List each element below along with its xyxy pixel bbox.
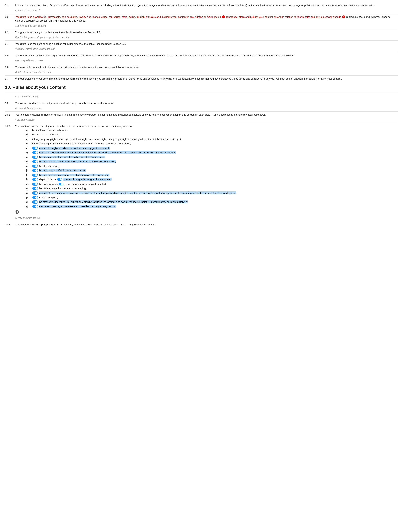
toggle-h[interactable] — [32, 160, 38, 163]
globe-icon-container — [15, 210, 398, 215]
section-num-10-2: 10.2 — [5, 113, 15, 117]
divider-10 — [5, 123, 398, 123]
section-text-10-2: Your content must not be illegal or unla… — [15, 113, 398, 117]
divider-6 — [5, 75, 398, 76]
italic-heading-no-unlawful: No unlawful user content — [15, 107, 398, 110]
toggle-i[interactable] — [32, 165, 38, 168]
list-label-g: (g) — [25, 155, 32, 159]
icon-red-2 — [342, 15, 345, 19]
list-label-h: (h) — [25, 160, 32, 164]
toggle-j[interactable] — [32, 169, 38, 172]
list-label-k: (k) — [25, 173, 32, 177]
list-content-r: cause annoyance, inconvenience or needle… — [32, 204, 398, 209]
toggle-l-inner[interactable] — [57, 178, 62, 181]
section-text-9-2: You grant to us a worldwide, irrevocable… — [15, 15, 398, 23]
section-num-9-3: 9.3 — [5, 31, 15, 34]
section-10-1: 10.1 You warrant and represent that your… — [5, 101, 398, 105]
globe-icon — [15, 210, 19, 214]
list-content-n: be untrue, false, inaccurate or misleadi… — [32, 187, 398, 190]
toggle-p[interactable] — [32, 196, 38, 199]
list-label-i: (i) — [25, 164, 32, 168]
list-item-f: (f) constitute an incitement to commit a… — [25, 151, 398, 155]
list-item-p: (p) constitute spam; — [25, 196, 398, 199]
toggle-k[interactable] — [32, 174, 38, 177]
toggle-n[interactable] — [32, 187, 38, 190]
icon-red-1 — [222, 15, 225, 19]
list-content-j: be in breach of official secrets legisla… — [32, 169, 398, 172]
section-num-10-3: 10.3 — [5, 124, 15, 128]
section-num-9-4: 9.4 — [5, 42, 15, 46]
list-item-o: (o) consist of or contain any instructio… — [25, 191, 398, 195]
list-label-o: (o) — [25, 191, 32, 195]
text-o-highlighted: consist of or contain any instructions, … — [39, 191, 236, 194]
list-content-a: be libellous or maliciously false; — [32, 128, 398, 132]
list-item-b: (b) be obscene or indecent; — [25, 133, 398, 137]
toggle-q[interactable] — [32, 201, 38, 203]
section-9-3: 9.3 You grant to us the right to sub-lic… — [5, 31, 398, 34]
list-item-c: (c) infringe any copyright, moral right,… — [25, 137, 398, 141]
toggle-o[interactable] — [32, 191, 38, 195]
list-label-f: (f) — [25, 151, 32, 155]
section-text-9-3: You grant to us the right to sub-license… — [15, 31, 398, 34]
divider-11 — [5, 221, 398, 221]
section-num-9-1: 9.1 — [5, 3, 15, 7]
text-e-highlighted: constitute negligent advice or contain a… — [39, 147, 109, 150]
list-content-i: be blasphemous; — [32, 164, 398, 168]
toggle-e[interactable] — [32, 147, 38, 150]
list-label-e: (e) — [25, 146, 32, 150]
section-text-9-7: Without prejudice to our other rights un… — [15, 77, 398, 81]
toggle-g[interactable] — [32, 156, 38, 159]
section-text-10-1: You warrant and represent that your cont… — [15, 101, 398, 105]
section-10-heading: 10. Rules about your content — [5, 84, 398, 91]
list-label-q: (q) — [25, 200, 32, 204]
list-content-b: be obscene or indecent; — [32, 133, 398, 137]
italic-heading-right: Right to bring proceedings in respect of… — [15, 36, 398, 39]
list-item-h: (h) be in breach of racial or religious … — [25, 160, 398, 164]
section-9-6: 9.6 You may edit your content to the ext… — [5, 65, 398, 69]
section-10-3-intro: Your content, and the use of your conten… — [15, 125, 133, 128]
text-p: constitute spam; — [39, 196, 58, 199]
section-9-1: 9.1 In these terms and conditions, "your… — [5, 3, 398, 7]
list-item-a: (a) be libellous or maliciously false; — [25, 128, 398, 132]
section-text-9-6: You may edit your content to the extent … — [15, 65, 398, 69]
list-content-p: constitute spam; — [32, 196, 398, 199]
list-item-j: (j) be in breach of official secrets leg… — [25, 169, 398, 172]
section-num-9-2: 9.2 — [5, 15, 15, 19]
italic-heading-delete: Delete etc user content on breach — [15, 70, 398, 74]
italic-heading-user-edit: User may edit own content — [15, 59, 398, 62]
toggle-l[interactable] — [32, 178, 38, 181]
text-9-2-part1: You grant to us a worldwide, irrevocable… — [15, 15, 222, 18]
text-h-highlighted: be in breach of racial or religious hatr… — [39, 160, 116, 163]
list-content-m: be pornographic , lewd, suggestive or se… — [32, 182, 398, 186]
list-content-g: be in contempt of any court or in breach… — [32, 155, 398, 159]
toggle-m[interactable] — [32, 183, 38, 186]
divider-4 — [5, 52, 398, 52]
toggle-r[interactable] — [32, 205, 38, 208]
list-content-h: be in breach of racial or religious hatr… — [32, 160, 398, 164]
list-content-d: infringe any right of confidence, right … — [32, 142, 398, 146]
italic-heading-warranty: User content warranty — [15, 95, 398, 98]
section-text-9-1: In these terms and conditions, "your con… — [15, 3, 398, 7]
content-rules-list: (a) be libellous or maliciously false; (… — [25, 128, 398, 209]
text-r-highlighted: cause annoyance, inconvenience or needle… — [39, 205, 116, 208]
text-i: be blasphemous; — [39, 165, 59, 167]
divider-9 — [5, 111, 398, 112]
italic-heading-content-rules: User content rules — [15, 118, 398, 121]
text-l-before: depict violence — [39, 178, 56, 181]
text-9-2-part2: reproduce, store and publish your conten… — [225, 15, 342, 18]
list-item-q: (q) be offensive, deceptive, fraudulent,… — [25, 200, 398, 204]
toggle-m-inner[interactable] — [59, 183, 63, 185]
section-9-7: 9.7 Without prejudice to our other right… — [5, 77, 398, 81]
list-label-j: (j) — [25, 169, 32, 172]
section-num-9-5: 9.5 — [5, 54, 15, 57]
toggle-f[interactable] — [32, 151, 38, 154]
section-10-2: 10.2 Your content must not be illegal or… — [5, 113, 398, 117]
list-item-m: (m) be pornographic , lewd, suggestive o… — [25, 182, 398, 186]
list-item-l: (l) depict violence in an explicit, grap… — [25, 178, 398, 182]
divider-3 — [5, 40, 398, 41]
list-content-c: infringe any copyright, moral right, dat… — [32, 137, 398, 141]
text-g-highlighted: be in contempt of any court or in breach… — [39, 156, 105, 158]
list-item-g: (g) be in contempt of any court or in br… — [25, 155, 398, 159]
section-num-9-7: 9.7 — [5, 77, 15, 81]
section-num-9-6: 9.6 — [5, 65, 15, 69]
